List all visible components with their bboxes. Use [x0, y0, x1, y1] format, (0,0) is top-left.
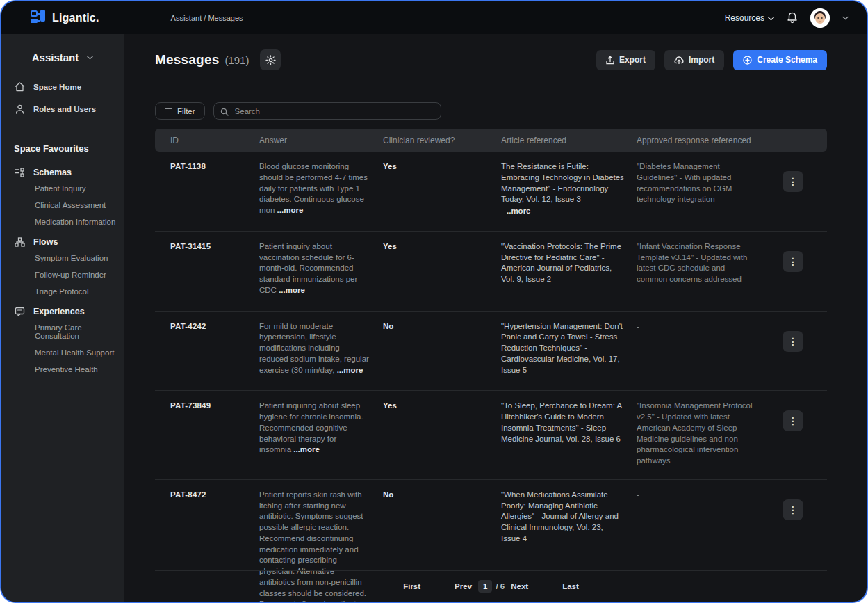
article-text: "Hypertension Management: Don't Panic an…	[501, 322, 623, 374]
row-menu-button[interactable]: ⋮	[783, 410, 803, 431]
sidebar-section-experiences[interactable]: Experiences	[1, 300, 124, 319]
row-answer: Patient inquiry about vaccination schedu…	[248, 232, 380, 311]
filter-label: Filter	[177, 107, 195, 115]
breadcrumb[interactable]: Assistant / Messages	[171, 14, 243, 22]
article-text: "To Sleep, Perchance to Dream: A Hitchhi…	[501, 401, 621, 442]
chevron-down-icon	[768, 13, 774, 23]
sidebar-item-symptom-evaluation[interactable]: Symptom Evaluation	[1, 250, 124, 266]
column-header-answer: Answer	[248, 136, 380, 145]
pagination-total-pages: / 6	[496, 582, 505, 590]
sidebar-item-follow-up-reminder[interactable]: Follow-up Reminder	[1, 266, 124, 283]
row-answer: For mild to moderate hypertension, lifes…	[248, 312, 380, 391]
section-label: Schemas	[33, 168, 72, 177]
sidebar-item-space-home[interactable]: Space Home	[1, 76, 124, 98]
sidebar-item-mental-health-support[interactable]: Mental Health Support	[1, 344, 124, 361]
row-id: PAT-73849	[155, 391, 248, 479]
topbar: Ligantic. Assistant / Messages Resources	[1, 1, 867, 34]
article-text: The Resistance is Futile: Embracing Tech…	[501, 162, 624, 203]
filter-button[interactable]: Filter	[155, 102, 205, 120]
more-link[interactable]: ...more	[277, 206, 304, 214]
column-header-article-referenced: Article referenced	[498, 136, 634, 145]
account-chevron-down-icon[interactable]	[842, 16, 849, 20]
search-input[interactable]	[213, 102, 441, 120]
row-menu-button[interactable]: ⋮	[783, 499, 803, 520]
avatar[interactable]	[810, 8, 830, 28]
row-clinician-reviewed: No	[380, 312, 498, 391]
sidebar-section-schemas[interactable]: Schemas	[1, 161, 124, 180]
favourites-title: Space Favourites	[1, 129, 124, 161]
home-icon	[14, 82, 25, 92]
pagination-prev[interactable]: Prev	[455, 582, 472, 590]
resources-label: Resources	[725, 13, 764, 23]
row-approved-response: "Infant Vaccination Response Template v3…	[634, 232, 766, 311]
table-row[interactable]: PAT-73849 Patient inquiring about sleep …	[155, 391, 827, 480]
filter-icon	[165, 108, 172, 114]
section-label: Flows	[33, 237, 58, 247]
section-label: Experiences	[33, 307, 85, 316]
messages-table: ID Answer Clinician reviewed? Article re…	[155, 129, 827, 570]
main-content: Messages (191) Export	[124, 34, 867, 602]
export-button[interactable]: Export	[596, 50, 655, 70]
table-row[interactable]: PAT-4242 For mild to moderate hypertensi…	[155, 312, 827, 392]
answer-text: Patient inquiry about vaccination schedu…	[259, 242, 357, 294]
row-approved-response: "Insomnia Management Protocol v2.5" - Up…	[634, 391, 766, 479]
sidebar-item-label: Space Home	[33, 83, 81, 91]
sidebar-section-flows[interactable]: Flows	[1, 230, 124, 250]
header-divider	[155, 88, 827, 88]
table-row[interactable]: PAT-1138 Blood glucose monitoring should…	[155, 152, 827, 232]
row-id: PAT-31415	[155, 232, 248, 311]
sidebar-item-clinical-assessment[interactable]: Clinical Assessment	[1, 197, 124, 214]
row-clinician-reviewed: Yes	[380, 232, 498, 311]
import-button[interactable]: Import	[664, 50, 724, 70]
flow-icon	[14, 237, 25, 247]
row-article-referenced: "Vaccination Protocols: The Prime Direct…	[498, 232, 634, 311]
column-header-clinician-reviewed: Clinician reviewed?	[380, 136, 498, 145]
row-approved-response: -	[634, 312, 766, 391]
message-count: (191)	[224, 54, 249, 66]
row-article-referenced: "Hypertension Management: Don't Panic an…	[498, 312, 634, 391]
more-link[interactable]: ..more	[501, 206, 624, 217]
more-link[interactable]: ...more	[337, 366, 363, 374]
row-menu-button[interactable]: ⋮	[783, 171, 803, 192]
row-clinician-reviewed: Yes	[380, 391, 498, 479]
column-header-approved-response: Approved response referenced	[634, 136, 766, 145]
more-link[interactable]: ...more	[279, 286, 305, 294]
users-icon	[14, 104, 25, 114]
sidebar-item-triage-protocol[interactable]: Triage Protocol	[1, 283, 124, 300]
row-answer: Blood glucose monitoring should be perfo…	[248, 152, 380, 231]
create-schema-label: Create Schema	[757, 55, 817, 65]
answer-text: Blood glucose monitoring should be perfo…	[259, 162, 368, 214]
row-menu-button[interactable]: ⋮	[783, 331, 803, 352]
resources-menu[interactable]: Resources	[725, 13, 774, 23]
pagination-last[interactable]: Last	[562, 582, 579, 590]
sidebar-item-medication-information[interactable]: Medication Information	[1, 214, 124, 230]
more-link[interactable]: ...more	[293, 445, 320, 453]
sidebar-item-roles-users[interactable]: Roles and Users	[1, 98, 124, 120]
sidebar-item-primary-care-consultation[interactable]: Primary Care Consultation	[1, 319, 124, 344]
logo[interactable]: Ligantic.	[29, 8, 99, 28]
pagination-current-page: 1	[478, 580, 492, 593]
row-answer: Patient inquiring about sleep hygiene fo…	[248, 391, 380, 479]
table-header-row: ID Answer Clinician reviewed? Article re…	[155, 129, 827, 152]
create-schema-button[interactable]: Create Schema	[733, 50, 827, 70]
settings-gear-button[interactable]	[260, 49, 281, 70]
row-id: PAT-4242	[155, 312, 248, 391]
row-approved-response: "Diabetes Management Guidelines" - With …	[634, 152, 766, 231]
sidebar-item-preventive-health[interactable]: Preventive Health	[1, 361, 124, 378]
pagination-first[interactable]: First	[403, 582, 420, 590]
row-clinician-reviewed: Yes	[380, 152, 498, 231]
pagination-next[interactable]: Next	[511, 582, 528, 590]
schema-icon	[14, 168, 25, 177]
row-article-referenced: The Resistance is Futile: Embracing Tech…	[498, 152, 634, 231]
article-text: "Vaccination Protocols: The Prime Direct…	[501, 242, 621, 283]
row-id: PAT-1138	[155, 152, 248, 231]
row-menu-button[interactable]: ⋮	[783, 251, 803, 272]
import-label: Import	[689, 55, 714, 65]
search-icon	[220, 106, 229, 119]
import-cloud-icon	[674, 56, 684, 64]
row-article-referenced: "To Sleep, Perchance to Dream: A Hitchhi…	[498, 391, 634, 479]
table-row[interactable]: PAT-31415 Patient inquiry about vaccinat…	[155, 232, 827, 312]
notifications-bell-icon[interactable]	[787, 12, 798, 24]
sidebar-item-patient-inquiry[interactable]: Patient Inquiry	[1, 180, 124, 197]
space-switcher[interactable]: Assistant	[1, 45, 124, 76]
